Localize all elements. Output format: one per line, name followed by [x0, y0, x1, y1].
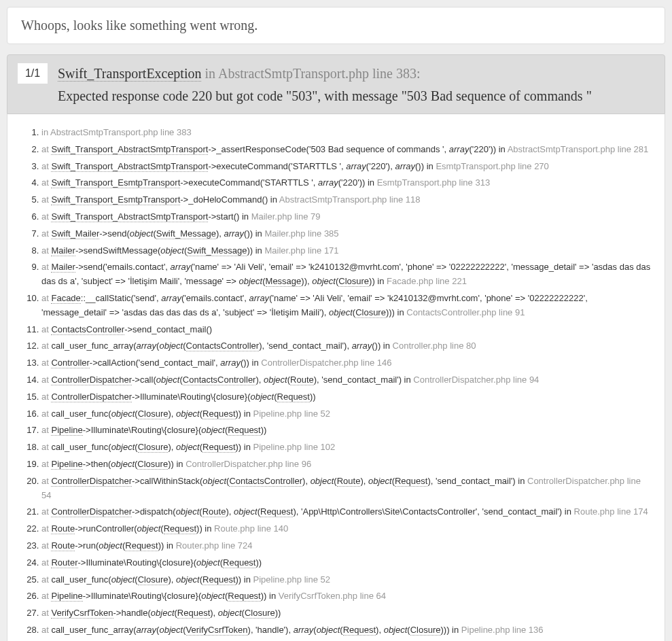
- trace-row: at Route->run(object(Request)) in Router…: [41, 538, 651, 555]
- trace-row: at Router->Illuminate\Routing\{closure}(…: [41, 555, 651, 572]
- trace-row: at Mailer->send('emails.contact', array(…: [41, 259, 651, 290]
- exception-counter: 1/1: [18, 63, 48, 84]
- trace-row: at Swift_Transport_EsmtpTransport->_doHe…: [41, 192, 651, 209]
- trace-row: at Swift_Transport_AbstractSmtpTransport…: [41, 209, 651, 226]
- exception-title: Swift_TransportException in AbstractSmtp…: [58, 63, 654, 84]
- trace-row: at ControllerDispatcher->callWithinStack…: [41, 473, 651, 504]
- exception-class[interactable]: Swift_TransportException: [58, 66, 201, 82]
- exception-location[interactable]: AbstractSmtpTransport.php line 383: [218, 66, 417, 81]
- stack-trace: in AbstractSmtpTransport.php line 383 at…: [7, 114, 665, 641]
- whoops-heading: Whoops, looks like something went wrong.: [21, 18, 651, 33]
- exception-header: 1/1 Swift_TransportException in Abstract…: [7, 54, 665, 114]
- trace-row: in AbstractSmtpTransport.php line 383: [41, 124, 651, 141]
- trace-row: at call_user_func(object(Closure), objec…: [41, 439, 651, 456]
- trace-row: at ControllerDispatcher->dispatch(object…: [41, 504, 651, 521]
- exception-message: Expected response code 220 but got code …: [58, 86, 654, 105]
- trace-row: at call_user_func_array(array(object(Ver…: [41, 622, 651, 639]
- trace-row: at Pipeline->Illuminate\Routing\{closure…: [41, 588, 651, 605]
- trace-row: at VerifyCsrfToken->handle(object(Reques…: [41, 605, 651, 622]
- trace-row: at ControllerDispatcher->Illuminate\Rout…: [41, 389, 651, 406]
- trace-row: at Pipeline->Illuminate\Routing\{closure…: [41, 422, 651, 439]
- trace-row: at Pipeline->then(object(Closure)) in Co…: [41, 456, 651, 473]
- trace-row: at Controller->callAction('send_contact_…: [41, 355, 651, 372]
- trace-row: at call_user_func_array(array(object(Con…: [41, 338, 651, 355]
- trace-row: at Swift_Mailer->send(object(Swift_Messa…: [41, 226, 651, 243]
- trace-row: at Facade::__callStatic('send', array('e…: [41, 290, 651, 322]
- trace-row: at ControllerDispatcher->call(object(Con…: [41, 372, 651, 389]
- error-title-panel: Whoops, looks like something went wrong.: [7, 7, 665, 44]
- trace-row: at Swift_Transport_AbstractSmtpTransport…: [41, 141, 651, 158]
- trace-row: at Mailer->sendSwiftMessage(object(Swift…: [41, 243, 651, 260]
- trace-row: at Swift_Transport_EsmtpTransport->execu…: [41, 175, 651, 192]
- trace-row: at call_user_func(object(Closure), objec…: [41, 572, 651, 589]
- trace-row: at Swift_Transport_AbstractSmtpTransport…: [41, 158, 651, 175]
- trace-row: at call_user_func(object(Closure), objec…: [41, 406, 651, 423]
- trace-row: at ContactsController->send_contact_mail…: [41, 322, 651, 339]
- trace-row: at Route->runController(object(Request))…: [41, 521, 651, 538]
